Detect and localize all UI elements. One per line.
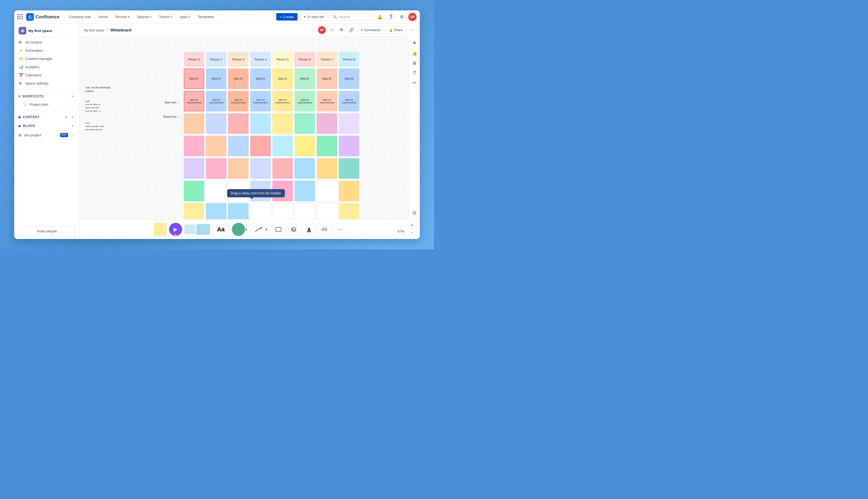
sidebar: 🏠 My first space ⊞ All content ⚡ Automat… (14, 24, 80, 239)
sticky-note: Idea #2Improvement (317, 91, 337, 111)
try-badge: TRY (60, 133, 68, 137)
sidebar-item-content-manager[interactable]: 📁 Content manager (14, 54, 79, 63)
nav-company-hub[interactable]: Company hub (66, 13, 93, 21)
hand-icon[interactable]: 👍 (410, 49, 419, 58)
more-options-icon[interactable]: ··· (408, 26, 415, 34)
share-button[interactable]: 🔒 Share (386, 26, 405, 34)
main-area: 🏠 My first space ⊞ All content ⚡ Automat… (14, 24, 420, 239)
top-navigation: C Confluence Company hub Home Recent ▾ S… (14, 10, 420, 24)
table-icon[interactable]: ⊞ (410, 59, 419, 67)
view-icon[interactable]: 👁 (410, 39, 419, 48)
sticky-note: Idea #2Improvement (206, 91, 226, 111)
zoom-in-button[interactable]: + (409, 222, 415, 229)
add-blog-button[interactable]: + (70, 123, 75, 129)
sidebar-item-all-content[interactable]: ⊞ All content (14, 38, 79, 46)
content-section[interactable]: ▶ Content ≡ + (14, 113, 79, 122)
sticky-note (339, 158, 359, 179)
image-tool-button[interactable] (287, 223, 300, 236)
more-tools-button[interactable]: ··· (333, 223, 346, 236)
sticky-note: Idea #1 (184, 69, 204, 89)
line-button (252, 223, 265, 236)
person-4-header: Person 4 (250, 52, 271, 67)
person-5-header: Person 5 (272, 52, 293, 67)
link-tool-button[interactable] (318, 223, 331, 236)
grid-menu-icon[interactable] (17, 14, 23, 20)
color-circle (232, 223, 245, 236)
chart-icon: 📊 (18, 64, 23, 69)
person-2-header: Person 2 (206, 52, 226, 67)
history-icon[interactable]: ⏱ (410, 69, 419, 77)
color-selector[interactable]: ▾ (232, 223, 247, 236)
grid-icon: ⊞ (18, 40, 23, 44)
sticky-note: Idea #1 (272, 69, 293, 89)
nav-recent[interactable]: Recent ▾ (113, 13, 132, 21)
sticky-note: Idea #1 (228, 69, 249, 89)
bottom-toolbar: ▶ ✋ Aa ▾ (80, 219, 420, 239)
create-button[interactable]: + Create (276, 13, 298, 21)
sticky-note (184, 158, 204, 179)
sidebar-item-jira[interactable]: ⊞ Jira project TRY ··· (14, 130, 79, 139)
sticky-note (317, 113, 337, 134)
sticky-note (206, 136, 226, 156)
logo-text: Confluence (36, 14, 59, 20)
link-icon[interactable]: 🔗 (348, 26, 355, 34)
nav-templates[interactable]: Templates (195, 13, 217, 21)
add-content-button[interactable]: + (70, 114, 75, 120)
nav-teams[interactable]: Teams ▾ (156, 13, 175, 21)
space-name: My first space (28, 29, 52, 33)
sticky-note (272, 203, 293, 219)
user-avatar[interactable]: SP (408, 13, 416, 21)
nav-spaces[interactable]: Spaces ▾ (134, 13, 154, 21)
stamp-tool-button[interactable] (302, 223, 316, 236)
whiteboard-canvas[interactable]: note. Set the individually problem. peat… (80, 37, 409, 219)
search-box[interactable]: 🔍 Search (329, 13, 373, 21)
star-icon[interactable]: ☆ (328, 26, 336, 34)
settings-sliders-icon[interactable]: ⊟ (410, 208, 419, 217)
sticky-note (206, 158, 226, 179)
sidebar-item-space-settings[interactable]: ⚙ Space settings (14, 79, 79, 87)
help-icon[interactable]: ❓ (387, 13, 395, 21)
line-tool[interactable]: ▾ (252, 223, 267, 236)
sidebar-item-calendars[interactable]: 📅 Calendars (14, 71, 79, 79)
rectangle-tool-button[interactable] (272, 223, 285, 236)
chevron-down-icon: ▾ (128, 15, 129, 19)
add-shortcut-button[interactable]: + (70, 94, 75, 99)
settings-icon[interactable]: ⚙ (397, 13, 406, 21)
summarize-button[interactable]: ✦ Summarize (357, 26, 384, 34)
shortcuts-section[interactable]: ▾ Shortcuts + (14, 92, 79, 101)
blogs-section[interactable]: ▶ Blogs + (14, 122, 79, 130)
zoom-out-button[interactable]: − (409, 230, 415, 236)
sticky-note (250, 158, 271, 179)
zoom-level: 47% (397, 229, 404, 233)
sidebar-item-automation[interactable]: ⚡ Automation (14, 46, 79, 54)
chevron-down-icon: ▾ (189, 15, 190, 19)
round-one-label: Round one → (163, 115, 180, 118)
sticky-note: Idea #2Improvement (272, 91, 293, 111)
invite-button[interactable]: Invite people (18, 227, 75, 236)
text-tool-button[interactable]: Aa (212, 223, 230, 236)
dropdown-arrow-icon[interactable]: ▾ (246, 228, 247, 231)
sidebar-item-project-plan[interactable]: 📄 Project plan (14, 101, 79, 108)
pencil-icon[interactable]: ✏ (410, 78, 419, 87)
filter-button[interactable]: ≡ (63, 114, 68, 120)
nav-home[interactable]: Home (96, 13, 111, 21)
invite-people-button[interactable]: Invite people (14, 223, 79, 239)
sticky-note (294, 181, 315, 201)
shortcuts-label: ▾ Shortcuts (18, 95, 44, 98)
trial-button[interactable]: ✦ 15 days left (300, 13, 327, 21)
space-header[interactable]: 🏠 My first space (14, 24, 79, 38)
notifications-icon[interactable]: 🔔 (376, 13, 384, 21)
instructions-text: note. Set the individually problem. (85, 86, 126, 93)
eye-icon[interactable]: 👁 (338, 26, 345, 34)
sticky-note (272, 181, 293, 201)
row7-notes (184, 203, 359, 219)
vote-text: vote came up with. Vote see which are th… (85, 122, 124, 131)
more-options-icon[interactable]: ··· (70, 132, 75, 138)
confluence-logo[interactable]: C Confluence (26, 13, 59, 21)
sticky-note (206, 113, 226, 134)
chevron-down-icon[interactable]: ▾ (266, 228, 267, 231)
nav-apps[interactable]: Apps ▾ (177, 13, 193, 21)
sidebar-item-analytics[interactable]: 📊 Analytics (14, 63, 79, 71)
play-button[interactable]: ▶ ✋ (169, 223, 182, 236)
settings-icon: ⚙ (18, 81, 23, 85)
